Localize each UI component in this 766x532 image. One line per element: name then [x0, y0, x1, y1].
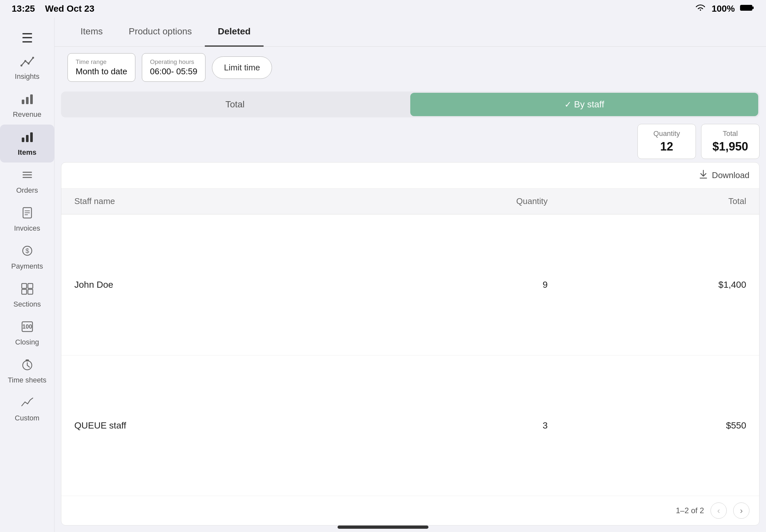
svg-rect-28 — [26, 359, 29, 361]
sidebar-item-orders[interactable]: Orders — [0, 163, 54, 200]
cell-staff-name: John Doe — [61, 214, 348, 356]
status-date: Wed Oct 23 — [45, 4, 94, 14]
insights-icon — [20, 54, 34, 70]
table-row: John Doe 9 $1,400 — [61, 214, 759, 356]
timesheets-icon — [20, 358, 34, 373]
sidebar-item-revenue[interactable]: Revenue — [0, 87, 54, 125]
total-label: Total — [711, 129, 749, 138]
svg-rect-7 — [26, 97, 29, 104]
sidebar-item-custom[interactable]: Custom — [0, 390, 54, 428]
limit-time-button[interactable]: Limit time — [212, 56, 272, 79]
main-content: Items Product options Deleted Time range… — [55, 18, 766, 532]
status-time: 13:25 — [12, 4, 35, 14]
home-indicator — [337, 526, 429, 529]
toggle-by-staff[interactable]: ✓ By staff — [410, 93, 758, 116]
cell-total: $550 — [561, 356, 759, 496]
svg-rect-10 — [26, 135, 29, 142]
sidebar-label-payments: Payments — [11, 262, 43, 271]
svg-point-5 — [32, 57, 34, 59]
download-row: Download — [61, 163, 759, 188]
svg-rect-1 — [752, 6, 754, 9]
total-value: $1,950 — [711, 140, 749, 153]
staff-table: Staff name Quantity Total John Doe 9 $1,… — [61, 188, 759, 496]
svg-rect-11 — [30, 132, 33, 142]
items-icon — [20, 130, 34, 146]
svg-point-2 — [20, 65, 22, 67]
svg-rect-6 — [22, 100, 24, 104]
status-bar: 13:25 Wed Oct 23 100% — [0, 0, 766, 18]
quantity-label: Quantity — [648, 129, 686, 138]
status-right: 100% — [695, 4, 754, 14]
pagination-next-button[interactable]: › — [733, 502, 749, 519]
tab-deleted[interactable]: Deleted — [205, 18, 263, 47]
pagination-row: 1–2 of 2 ‹ › — [61, 496, 759, 525]
app-container: ☰ Insights Revenue — [0, 18, 766, 532]
sidebar-label-custom: Custom — [15, 414, 40, 422]
toggle-total[interactable]: Total — [61, 91, 409, 117]
svg-line-30 — [27, 365, 30, 367]
time-range-label: Time range — [76, 58, 127, 66]
svg-text:100: 100 — [22, 323, 32, 330]
time-range-filter[interactable]: Time range Month to date — [67, 53, 135, 82]
sidebar-item-payments[interactable]: $ Payments — [0, 238, 54, 276]
tab-product-options[interactable]: Product options — [115, 18, 205, 47]
sections-icon — [20, 282, 34, 297]
svg-rect-23 — [22, 289, 27, 294]
status-time-date: 13:25 Wed Oct 23 — [12, 4, 94, 14]
cell-staff-name: QUEUE staff — [61, 356, 348, 496]
sidebar-item-items[interactable]: Items — [0, 125, 54, 163]
closing-icon: 100 — [20, 320, 34, 335]
svg-rect-8 — [30, 94, 33, 104]
cell-quantity: 3 — [348, 356, 561, 496]
check-icon: ✓ — [565, 100, 572, 110]
col-header-quantity: Quantity — [348, 188, 561, 214]
invoices-icon — [20, 206, 34, 222]
quantity-card: Quantity 12 — [638, 124, 696, 159]
operating-hours-label: Operating hours — [150, 58, 197, 66]
filters-bar: Time range Month to date Operating hours… — [55, 47, 766, 88]
menu-icon[interactable]: ☰ — [0, 24, 54, 49]
sidebar-label-revenue: Revenue — [13, 110, 41, 119]
col-header-staff-name: Staff name — [61, 188, 348, 214]
toggle-by-staff-label: By staff — [574, 99, 604, 110]
battery-percent: 100% — [711, 4, 735, 14]
top-tabs: Items Product options Deleted — [55, 18, 766, 47]
sidebar-item-sections[interactable]: Sections — [0, 276, 54, 314]
table-header-row: Staff name Quantity Total — [61, 188, 759, 214]
svg-rect-9 — [22, 138, 24, 142]
col-header-total: Total — [561, 188, 759, 214]
content-panel: Download Staff name Quantity Total John … — [61, 162, 760, 526]
sidebar-label-timesheets: Time sheets — [8, 376, 46, 384]
sidebar-label-invoices: Invoices — [14, 224, 40, 233]
sidebar-label-items: Items — [18, 148, 36, 157]
svg-rect-21 — [22, 284, 27, 288]
operating-hours-filter[interactable]: Operating hours 06:00- 05:59 — [142, 53, 205, 82]
battery-icon — [740, 4, 754, 14]
svg-rect-24 — [28, 289, 33, 294]
download-icon — [698, 169, 709, 182]
download-button[interactable]: Download — [698, 169, 749, 182]
sidebar: ☰ Insights Revenue — [0, 18, 55, 532]
svg-rect-0 — [740, 5, 752, 10]
sidebar-item-closing[interactable]: 100 Closing — [0, 314, 54, 352]
wifi-icon — [695, 4, 706, 14]
svg-text:$: $ — [25, 247, 29, 254]
sidebar-label-sections: Sections — [13, 300, 41, 308]
svg-point-4 — [28, 63, 30, 65]
sidebar-item-insights[interactable]: Insights — [0, 49, 54, 87]
time-range-value: Month to date — [76, 66, 127, 77]
cell-total: $1,400 — [561, 214, 759, 356]
sidebar-item-invoices[interactable]: Invoices — [0, 200, 54, 238]
summary-row: Quantity 12 Total $1,950 — [55, 121, 766, 162]
revenue-icon — [20, 92, 34, 108]
tab-items[interactable]: Items — [67, 18, 115, 47]
sidebar-label-closing: Closing — [15, 338, 39, 346]
orders-icon — [20, 168, 34, 184]
sidebar-item-timesheets[interactable]: Time sheets — [0, 352, 54, 390]
payments-icon: $ — [20, 244, 34, 260]
view-toggle: Total ✓ By staff — [61, 91, 760, 117]
pagination-prev-button[interactable]: ‹ — [711, 502, 727, 519]
table-row: QUEUE staff 3 $550 — [61, 356, 759, 496]
cell-quantity: 9 — [348, 214, 561, 356]
custom-icon — [20, 396, 34, 411]
